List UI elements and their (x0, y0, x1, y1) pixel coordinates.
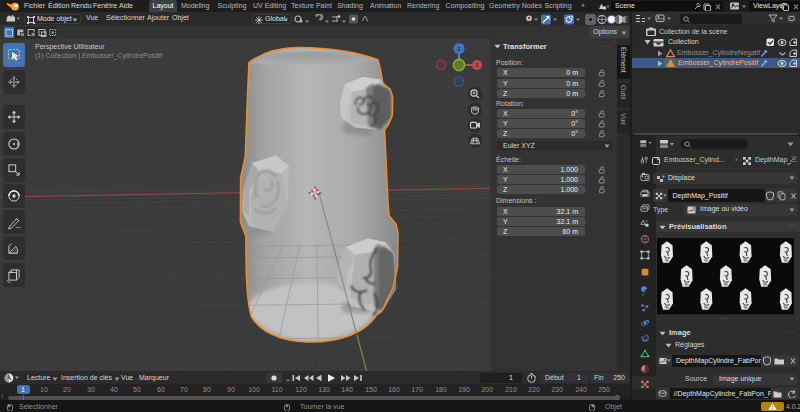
svg-text:z: z (457, 45, 461, 52)
